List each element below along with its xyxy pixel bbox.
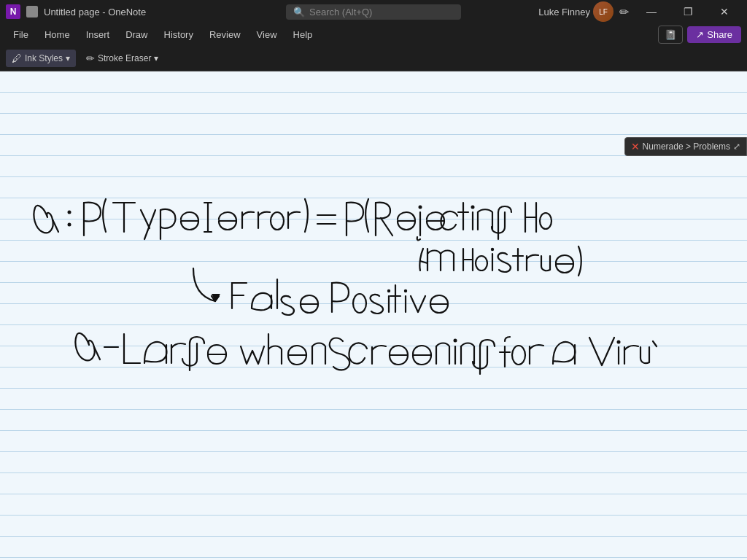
share-label: Share [707, 29, 732, 40]
menu-view[interactable]: View [249, 26, 285, 43]
titlebar-left: N Untitled page - OneNote [6, 4, 146, 19]
menu-draw[interactable]: Draw [118, 26, 155, 43]
context-bar: ✕ Numerade > Problems ⤢ [624, 137, 747, 156]
svg-point-6 [476, 256, 487, 271]
minimize-button[interactable]: — [635, 0, 668, 23]
line3-text [75, 333, 657, 374]
menu-history[interactable]: History [157, 26, 201, 43]
svg-point-1 [68, 223, 71, 227]
svg-point-10 [387, 289, 390, 292]
search-placeholder: Search (Alt+Q) [309, 7, 372, 18]
page-area[interactable]: ✕ Numerade > Problems ⤢ [0, 71, 747, 560]
eraser-icon: ✏ [86, 52, 95, 64]
share-icon: ↗ [696, 29, 704, 40]
svg-point-13 [512, 346, 525, 365]
window-title: Untitled page - OneNote [44, 7, 146, 18]
stroke-eraser-label: Stroke Eraser [98, 53, 151, 63]
context-close-icon[interactable]: ✕ [631, 141, 640, 152]
svg-point-0 [68, 211, 71, 214]
svg-point-2 [271, 212, 284, 230]
svg-point-11 [404, 289, 407, 292]
svg-point-12 [454, 339, 457, 343]
context-label: Numerade > Problems [643, 141, 730, 152]
maximize-button[interactable]: ❐ [671, 0, 705, 23]
svg-point-9 [353, 294, 366, 313]
avatar: LF [593, 1, 614, 22]
titlebar: N Untitled page - OneNote 🔍 Search (Alt+… [0, 0, 747, 23]
menu-insert[interactable]: Insert [79, 26, 117, 43]
user-name: Luke Finney [538, 7, 590, 18]
svg-point-4 [471, 206, 475, 209]
menubar: File Home Insert Draw History Review Vie… [0, 23, 747, 45]
ink-styles-label: Ink Styles [25, 53, 63, 63]
menu-file[interactable]: File [6, 26, 36, 43]
search-area[interactable]: 🔍 Search (Alt+Q) [286, 4, 461, 20]
svg-point-3 [419, 206, 422, 209]
window-controls: — ❐ ✕ [635, 0, 741, 23]
menu-home[interactable]: Home [37, 26, 77, 43]
svg-point-14 [617, 341, 621, 344]
false-positive [193, 268, 448, 315]
close-button[interactable]: ✕ [708, 0, 741, 23]
titlebar-right: Luke Finney LF ✏ — ❐ ✕ [538, 0, 741, 23]
line2-text [419, 246, 581, 276]
onenote-logo: N [6, 4, 20, 19]
menu-review[interactable]: Review [202, 26, 248, 43]
user-info[interactable]: Luke Finney LF [538, 1, 614, 22]
app-icon [26, 6, 38, 18]
notebook-button[interactable]: 📓 [658, 26, 683, 44]
stroke-eraser-button[interactable]: ✏ Stroke Eraser ▾ [80, 50, 164, 67]
svg-point-7 [491, 248, 494, 251]
context-expand-icon[interactable]: ⤢ [733, 141, 740, 152]
search-box[interactable]: 🔍 Search (Alt+Q) [286, 4, 461, 20]
svg-point-5 [540, 213, 551, 229]
line1-text [34, 199, 551, 240]
menubar-right: 📓 ↗ Share [658, 26, 741, 44]
search-icon: 🔍 [293, 7, 305, 18]
menu-help[interactable]: Help [286, 26, 320, 43]
pen-icon[interactable]: ✏ [619, 5, 629, 19]
ink-styles-icon: 🖊 [12, 52, 22, 64]
ink-styles-dropdown-icon: ▾ [66, 53, 70, 63]
stroke-eraser-dropdown-icon: ▾ [154, 53, 158, 63]
draw-toolbar: 🖊 Ink Styles ▾ ✏ Stroke Eraser ▾ [0, 45, 747, 71]
ink-styles-button[interactable]: 🖊 Ink Styles ▾ [6, 50, 76, 67]
share-button[interactable]: ↗ Share [687, 26, 741, 43]
